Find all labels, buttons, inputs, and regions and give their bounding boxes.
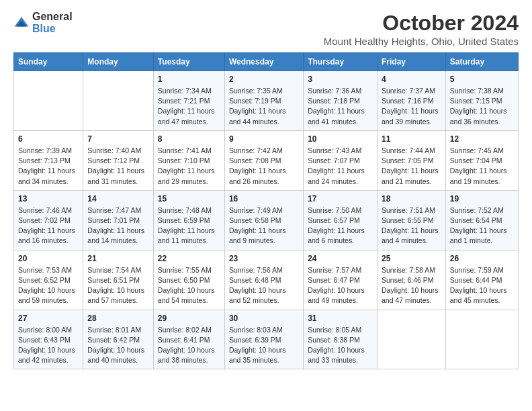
day-info: Sunrise: 7:54 AMSunset: 6:51 PMDaylight:… — [87, 265, 149, 306]
day-number: 21 — [87, 254, 149, 263]
day-cell: 15Sunrise: 7:48 AMSunset: 6:59 PMDayligh… — [153, 190, 224, 250]
day-cell: 10Sunrise: 7:43 AMSunset: 7:07 PMDayligh… — [304, 130, 378, 190]
week-row-3: 13Sunrise: 7:46 AMSunset: 7:02 PMDayligh… — [14, 190, 519, 250]
week-row-4: 20Sunrise: 7:53 AMSunset: 6:52 PMDayligh… — [14, 250, 519, 310]
day-cell — [377, 310, 445, 369]
day-cell — [83, 71, 154, 131]
col-friday: Friday — [377, 53, 445, 71]
day-cell: 25Sunrise: 7:58 AMSunset: 6:46 PMDayligh… — [377, 250, 445, 310]
day-number: 24 — [308, 254, 373, 263]
day-cell: 3Sunrise: 7:36 AMSunset: 7:18 PMDaylight… — [304, 71, 378, 131]
day-number: 6 — [18, 134, 79, 144]
col-monday: Monday — [83, 53, 154, 71]
day-info: Sunrise: 7:59 AMSunset: 6:44 PMDaylight:… — [450, 265, 514, 306]
day-info: Sunrise: 7:34 AMSunset: 7:21 PMDaylight:… — [158, 86, 220, 127]
day-number: 29 — [158, 314, 220, 323]
day-cell: 11Sunrise: 7:44 AMSunset: 7:05 PMDayligh… — [377, 130, 445, 190]
day-cell: 31Sunrise: 8:05 AMSunset: 6:38 PMDayligh… — [304, 310, 378, 369]
day-number: 23 — [229, 254, 299, 263]
day-info: Sunrise: 7:58 AMSunset: 6:46 PMDaylight:… — [382, 265, 441, 306]
day-cell: 5Sunrise: 7:38 AMSunset: 7:15 PMDaylight… — [445, 71, 518, 131]
day-cell: 19Sunrise: 7:52 AMSunset: 6:54 PMDayligh… — [445, 190, 518, 250]
day-number: 17 — [308, 194, 373, 203]
day-number: 1 — [158, 75, 220, 84]
day-info: Sunrise: 7:48 AMSunset: 6:59 PMDaylight:… — [158, 205, 220, 246]
main-title: October 2024 — [324, 11, 519, 36]
day-number: 18 — [382, 194, 441, 203]
day-cell: 16Sunrise: 7:49 AMSunset: 6:58 PMDayligh… — [224, 190, 303, 250]
day-info: Sunrise: 7:50 AMSunset: 6:57 PMDaylight:… — [308, 205, 373, 246]
day-info: Sunrise: 7:39 AMSunset: 7:13 PMDaylight:… — [18, 146, 79, 187]
day-info: Sunrise: 7:44 AMSunset: 7:05 PMDaylight:… — [382, 146, 441, 187]
day-number: 13 — [18, 194, 79, 203]
day-cell: 26Sunrise: 7:59 AMSunset: 6:44 PMDayligh… — [445, 250, 518, 310]
day-info: Sunrise: 7:41 AMSunset: 7:10 PMDaylight:… — [158, 146, 220, 187]
logo-text: General Blue — [32, 11, 73, 35]
day-cell: 29Sunrise: 8:02 AMSunset: 6:41 PMDayligh… — [153, 310, 224, 369]
day-number: 11 — [382, 134, 441, 144]
header-row: Sunday Monday Tuesday Wednesday Thursday… — [14, 53, 519, 71]
day-info: Sunrise: 8:01 AMSunset: 6:42 PMDaylight:… — [87, 325, 149, 366]
day-number: 10 — [308, 134, 373, 144]
day-info: Sunrise: 7:38 AMSunset: 7:15 PMDaylight:… — [450, 86, 514, 127]
day-cell: 30Sunrise: 8:03 AMSunset: 6:39 PMDayligh… — [224, 310, 303, 369]
col-thursday: Thursday — [304, 53, 378, 71]
day-number: 7 — [87, 134, 149, 144]
day-number: 30 — [229, 314, 299, 323]
day-info: Sunrise: 7:40 AMSunset: 7:12 PMDaylight:… — [87, 146, 149, 187]
col-saturday: Saturday — [445, 53, 518, 71]
day-number: 27 — [18, 314, 79, 323]
day-cell: 17Sunrise: 7:50 AMSunset: 6:57 PMDayligh… — [304, 190, 378, 250]
day-cell: 6Sunrise: 7:39 AMSunset: 7:13 PMDaylight… — [14, 130, 83, 190]
day-cell: 27Sunrise: 8:00 AMSunset: 6:43 PMDayligh… — [14, 310, 83, 369]
day-info: Sunrise: 7:45 AMSunset: 7:04 PMDaylight:… — [450, 146, 514, 187]
day-number: 25 — [382, 254, 441, 263]
day-number: 14 — [87, 194, 149, 203]
day-info: Sunrise: 7:36 AMSunset: 7:18 PMDaylight:… — [308, 86, 373, 127]
day-cell: 24Sunrise: 7:57 AMSunset: 6:47 PMDayligh… — [304, 250, 378, 310]
week-row-2: 6Sunrise: 7:39 AMSunset: 7:13 PMDaylight… — [14, 130, 519, 190]
day-number: 9 — [229, 134, 299, 144]
day-cell: 14Sunrise: 7:47 AMSunset: 7:01 PMDayligh… — [83, 190, 154, 250]
day-cell: 1Sunrise: 7:34 AMSunset: 7:21 PMDaylight… — [153, 71, 224, 131]
day-cell — [14, 71, 83, 131]
header: General Blue October 2024 Mount Healthy … — [13, 11, 519, 47]
day-number: 31 — [308, 314, 373, 323]
day-info: Sunrise: 7:43 AMSunset: 7:07 PMDaylight:… — [308, 146, 373, 187]
day-number: 19 — [450, 194, 514, 203]
day-info: Sunrise: 8:00 AMSunset: 6:43 PMDaylight:… — [18, 325, 79, 366]
subtitle: Mount Healthy Heights, Ohio, United Stat… — [324, 36, 519, 47]
day-number: 16 — [229, 194, 299, 203]
day-number: 22 — [158, 254, 220, 263]
day-number: 15 — [158, 194, 220, 203]
day-cell: 7Sunrise: 7:40 AMSunset: 7:12 PMDaylight… — [83, 130, 154, 190]
day-info: Sunrise: 7:52 AMSunset: 6:54 PMDaylight:… — [450, 205, 514, 246]
day-number: 26 — [450, 254, 514, 263]
day-number: 2 — [229, 75, 299, 84]
day-info: Sunrise: 7:47 AMSunset: 7:01 PMDaylight:… — [87, 205, 149, 246]
day-info: Sunrise: 7:37 AMSunset: 7:16 PMDaylight:… — [382, 86, 441, 127]
day-cell: 22Sunrise: 7:55 AMSunset: 6:50 PMDayligh… — [153, 250, 224, 310]
day-number: 3 — [308, 75, 373, 84]
day-info: Sunrise: 7:35 AMSunset: 7:19 PMDaylight:… — [229, 86, 299, 127]
day-info: Sunrise: 7:42 AMSunset: 7:08 PMDaylight:… — [229, 146, 299, 187]
page: General Blue October 2024 Mount Healthy … — [0, 0, 532, 383]
logo-icon — [13, 15, 30, 31]
day-cell: 12Sunrise: 7:45 AMSunset: 7:04 PMDayligh… — [445, 130, 518, 190]
day-cell: 9Sunrise: 7:42 AMSunset: 7:08 PMDaylight… — [224, 130, 303, 190]
day-info: Sunrise: 8:02 AMSunset: 6:41 PMDaylight:… — [158, 325, 220, 366]
day-number: 12 — [450, 134, 514, 144]
day-info: Sunrise: 7:53 AMSunset: 6:52 PMDaylight:… — [18, 265, 79, 306]
calendar-table: Sunday Monday Tuesday Wednesday Thursday… — [13, 52, 519, 369]
day-cell: 13Sunrise: 7:46 AMSunset: 7:02 PMDayligh… — [14, 190, 83, 250]
day-cell: 28Sunrise: 8:01 AMSunset: 6:42 PMDayligh… — [83, 310, 154, 369]
logo: General Blue — [13, 11, 73, 35]
day-info: Sunrise: 7:56 AMSunset: 6:48 PMDaylight:… — [229, 265, 299, 306]
day-info: Sunrise: 8:03 AMSunset: 6:39 PMDaylight:… — [229, 325, 299, 366]
day-info: Sunrise: 7:46 AMSunset: 7:02 PMDaylight:… — [18, 205, 79, 246]
title-block: October 2024 Mount Healthy Heights, Ohio… — [324, 11, 519, 47]
day-number: 28 — [87, 314, 149, 323]
day-number: 20 — [18, 254, 79, 263]
col-wednesday: Wednesday — [224, 53, 303, 71]
col-sunday: Sunday — [14, 53, 83, 71]
